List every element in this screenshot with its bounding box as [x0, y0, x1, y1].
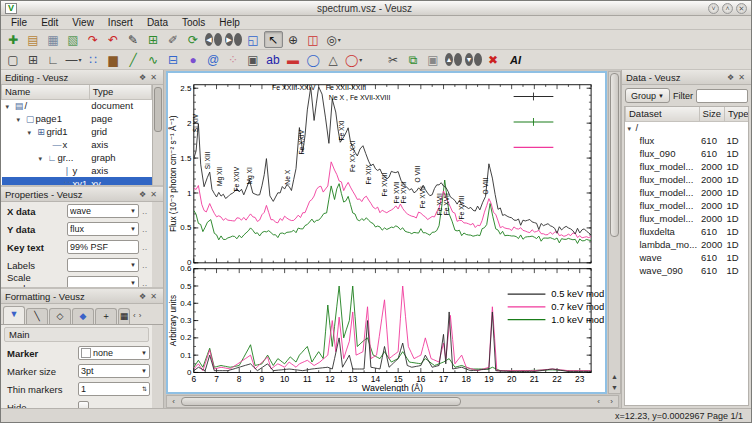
print-document-icon[interactable]: ▧ — [64, 31, 83, 48]
open-document-icon[interactable]: ▤ — [24, 31, 43, 48]
dataset-row[interactable]: lambda_mo... 2000 1D — [626, 238, 750, 251]
close-panel-icon[interactable]: ✕ — [148, 189, 159, 200]
close-panel-icon[interactable]: ✕ — [148, 291, 159, 302]
reload-datasets-icon[interactable]: ⟳ — [184, 31, 203, 48]
tab-scroll-left-icon[interactable]: ‹ — [133, 308, 136, 324]
more-button[interactable]: ‥ — [142, 225, 150, 234]
tree-row[interactable]: ▾▤/ document — [2, 99, 152, 112]
float-panel-icon[interactable]: ❖ — [725, 72, 736, 83]
tree-row[interactable]: ▾▢page1 page — [2, 112, 152, 125]
xdata-select[interactable]: wave▼ — [67, 204, 139, 218]
copy-icon[interactable]: ⧉ — [404, 51, 423, 68]
menu-item[interactable]: Edit — [35, 16, 64, 29]
toolbar-separator[interactable] — [364, 51, 383, 68]
rename-icon[interactable]: AI — [504, 51, 528, 68]
add-boxplot-icon[interactable]: ⊟ — [164, 51, 183, 68]
tree-col-type[interactable]: Type — [89, 85, 151, 99]
properties-scrollbar[interactable] — [152, 202, 163, 287]
dataset-col-type[interactable]: Type — [725, 107, 749, 121]
new-document-icon[interactable]: ✚ — [4, 31, 23, 48]
dataset-row[interactable]: flux_model... 2000 1D — [626, 199, 750, 212]
tab-scroll-right-icon[interactable]: › — [139, 308, 142, 324]
float-panel-icon[interactable]: ❖ — [137, 189, 148, 200]
labels-select[interactable]: ▼ — [67, 258, 139, 272]
add-polar-icon[interactable]: ◯ — [304, 51, 323, 68]
move-down-icon[interactable]: ▼ — [464, 51, 483, 68]
dataset-row[interactable]: wave 610 1D — [626, 251, 750, 264]
add-image-icon[interactable]: ● — [184, 51, 203, 68]
menu-item[interactable]: File — [5, 16, 33, 29]
group-button[interactable]: Group▼ — [625, 88, 670, 103]
zoom-into-plot-icon[interactable]: ⊕ — [284, 31, 303, 48]
menu-item[interactable]: View — [66, 16, 100, 29]
add-grid-icon[interactable]: ⊞ — [24, 51, 43, 68]
scale-markers-select[interactable]: ▼ — [67, 276, 139, 287]
maximize-button[interactable]: ˄ — [722, 3, 733, 14]
tab-plot-line[interactable]: ╲ — [26, 308, 48, 324]
menu-item[interactable]: Data — [141, 16, 174, 29]
thin-markers-spinner[interactable]: 1⇅ — [78, 382, 150, 396]
dataset-root-row[interactable]: ▾/ — [626, 121, 750, 134]
add-fit-icon[interactable]: ╱ — [124, 51, 143, 68]
canvas-vertical-scrollbar[interactable]: ▲ ▼ — [608, 71, 621, 394]
add-line-icon[interactable]: —▾ — [64, 51, 83, 68]
zoom-menu-icon[interactable]: ◎▾ — [324, 31, 343, 48]
dataset-row[interactable]: fluxdelta 610 1D — [626, 225, 750, 238]
add-axis-icon[interactable]: ∟ — [44, 51, 63, 68]
dataset-row[interactable]: wave_090 610 1D — [626, 264, 750, 277]
dataset-row[interactable]: flux_model... 2000 1D — [626, 186, 750, 199]
float-panel-icon[interactable]: ❖ — [137, 291, 148, 302]
tree-row[interactable]: —x axis — [2, 138, 152, 151]
close-panel-icon[interactable]: ✕ — [148, 72, 159, 83]
cut-icon[interactable]: ✂ — [384, 51, 403, 68]
marker-select[interactable]: none▼ — [78, 346, 150, 360]
canvas-horizontal-scrollbar[interactable]: ‹ ‹ › — [166, 395, 619, 408]
dataset-row[interactable]: flux_090 610 1D — [626, 147, 750, 160]
tab-marker-border[interactable]: ◇ — [49, 308, 71, 324]
create-dataset-icon[interactable]: ⊞ — [144, 31, 163, 48]
menu-item[interactable]: Help — [213, 16, 246, 29]
delete-icon[interactable]: ✖ — [484, 51, 503, 68]
edit-datasets-icon[interactable]: ✎ — [124, 31, 143, 48]
more-button[interactable]: ‥ — [142, 279, 150, 288]
add-shape-icon[interactable]: ◯▾ — [344, 51, 363, 68]
tab-error-bar[interactable]: ＋ — [95, 308, 117, 324]
previous-page-icon[interactable]: ◀ — [204, 31, 223, 48]
select-items-icon[interactable]: ↖ — [264, 31, 283, 48]
dataset-row[interactable]: flux 610 1D — [626, 134, 750, 147]
next-page-icon[interactable]: ▶ — [224, 31, 243, 48]
dataset-row[interactable]: flux_model... 2000 1D — [626, 173, 750, 186]
scroll-left2-icon[interactable]: ‹ — [592, 396, 605, 407]
import-data-icon[interactable]: ↶ — [104, 31, 123, 48]
scroll-right-icon[interactable]: › — [605, 396, 618, 407]
minimize-button[interactable]: ˅ — [708, 3, 719, 14]
float-panel-icon[interactable]: ❖ — [137, 72, 148, 83]
tree-col-name[interactable]: Name — [2, 85, 90, 99]
more-button[interactable]: ‥ — [142, 243, 150, 252]
capture-data-icon[interactable]: ✐ — [164, 31, 183, 48]
add-bar-icon[interactable]: ▆ — [104, 51, 123, 68]
move-up-icon[interactable]: ▲ — [444, 51, 463, 68]
close-button[interactable]: ✕ — [736, 3, 747, 14]
tree-row[interactable]: ▾∟gr... graph — [2, 151, 152, 164]
add-contour-icon[interactable]: @ — [204, 51, 223, 68]
add-ternary-icon[interactable]: △ — [324, 51, 343, 68]
tree-row[interactable]: |y axis — [2, 164, 152, 177]
editing-scrollbar[interactable] — [152, 85, 163, 185]
add-xy-icon[interactable]: ∷ — [84, 51, 103, 68]
filter-input[interactable] — [696, 89, 748, 103]
scroll-left-icon[interactable]: ‹ — [167, 396, 180, 407]
scroll-down-icon[interactable]: ▼ — [609, 382, 620, 393]
save-document-icon[interactable]: ▦ — [44, 31, 63, 48]
close-panel-icon[interactable]: ✕ — [736, 72, 747, 83]
hide-checkbox[interactable] — [78, 401, 89, 409]
zoom-graph-axes-icon[interactable]: ◫ — [304, 31, 323, 48]
marker-size-select[interactable]: 3pt▼ — [78, 364, 150, 378]
tab-main-formatting[interactable]: ▼ — [3, 306, 25, 324]
menu-item[interactable]: Insert — [102, 16, 139, 29]
dataset-col-name[interactable]: Dataset — [626, 107, 700, 121]
add-key-icon[interactable]: ▣ — [244, 51, 263, 68]
tree-row[interactable]: ▾⊞grid1 grid — [2, 125, 152, 138]
dataset-row[interactable]: flux_model... 2000 1D — [626, 160, 750, 173]
tab-marker-fill[interactable]: ◆ — [72, 308, 94, 324]
